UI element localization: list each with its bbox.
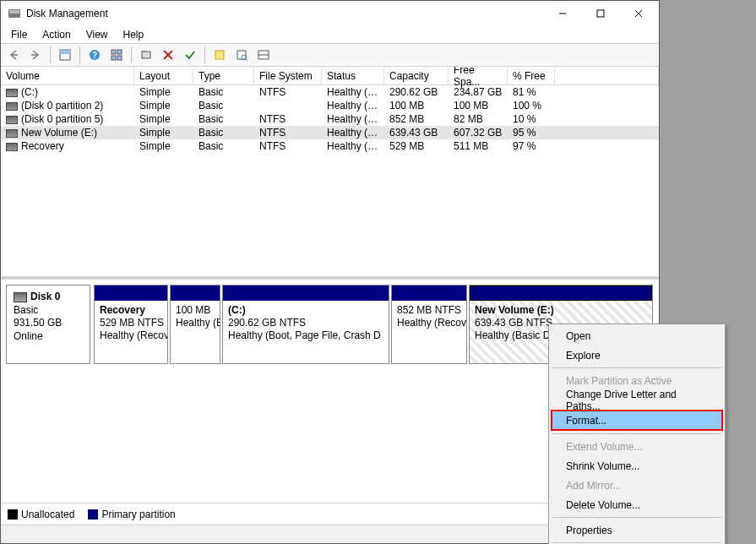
cell: Simple bbox=[134, 100, 193, 112]
volume-row[interactable]: (Disk 0 partition 5)SimpleBasicNTFSHealt… bbox=[1, 112, 659, 126]
cell: NTFS bbox=[254, 86, 322, 98]
svg-rect-14 bbox=[111, 56, 116, 60]
partition-colorbar bbox=[223, 286, 389, 301]
volume-list-pane: VolumeLayoutTypeFile SystemStatusCapacit… bbox=[1, 67, 659, 280]
context-shrink-volume[interactable]: Shrink Volume... bbox=[551, 456, 723, 476]
context-change-drive-letter-and-paths[interactable]: Change Drive Letter and Paths... bbox=[551, 390, 723, 410]
cell: Basic bbox=[193, 86, 254, 98]
legend-unallocated: Unallocated bbox=[8, 509, 74, 520]
partition-body: 100 MBHealthy (E bbox=[171, 301, 220, 363]
context-format[interactable]: Format... bbox=[551, 410, 723, 431]
disk-type: Basic bbox=[14, 304, 83, 318]
cell: 100 % bbox=[508, 100, 555, 112]
cell: 290.62 GB bbox=[384, 86, 449, 98]
window-title: Disk Management bbox=[26, 8, 543, 19]
menu-help[interactable]: Help bbox=[117, 27, 151, 42]
menubar: File Action View Help bbox=[1, 26, 659, 43]
partition-colorbar bbox=[171, 286, 220, 301]
context-delete-volume[interactable]: Delete Volume... bbox=[551, 495, 723, 514]
new-icon[interactable] bbox=[210, 46, 229, 64]
cell: 100 MB bbox=[384, 100, 449, 112]
context-properties[interactable]: Properties bbox=[551, 520, 723, 540]
cell: 234.87 GB bbox=[449, 86, 508, 98]
check-icon[interactable] bbox=[181, 46, 199, 64]
close-button[interactable] bbox=[619, 2, 657, 25]
volume-list-header: VolumeLayoutTypeFile SystemStatusCapacit… bbox=[1, 67, 659, 85]
toolbar: ? bbox=[1, 43, 659, 67]
volume-icon bbox=[6, 129, 18, 138]
partition-colorbar bbox=[392, 286, 466, 301]
column-header[interactable]: Status bbox=[322, 67, 384, 84]
column-filler bbox=[555, 67, 659, 84]
refresh-icon[interactable] bbox=[137, 46, 155, 64]
svg-line-22 bbox=[246, 59, 247, 61]
cell: Healthy (R... bbox=[322, 140, 384, 152]
cell: Simple bbox=[134, 140, 193, 152]
forward-button[interactable] bbox=[26, 46, 45, 64]
maximize-button[interactable] bbox=[581, 2, 619, 25]
disk-name: Disk 0 bbox=[30, 291, 60, 302]
context-open[interactable]: Open bbox=[551, 326, 723, 345]
legend-primary: Primary partition bbox=[88, 509, 175, 520]
context-add-mirror: Add Mirror... bbox=[551, 476, 723, 495]
column-header[interactable]: Type bbox=[193, 67, 254, 84]
svg-rect-13 bbox=[117, 50, 122, 54]
volume-row[interactable]: (Disk 0 partition 2)SimpleBasicHealthy (… bbox=[1, 99, 659, 112]
svg-rect-9 bbox=[60, 50, 70, 54]
context-extend-volume: Extend Volume... bbox=[551, 437, 723, 456]
menu-action[interactable]: Action bbox=[35, 27, 77, 42]
context-explore[interactable]: Explore bbox=[551, 345, 723, 365]
menu-file[interactable]: File bbox=[4, 27, 34, 42]
column-header[interactable]: File System bbox=[254, 67, 322, 84]
volume-icon bbox=[6, 116, 18, 124]
cell: NTFS bbox=[254, 113, 322, 125]
volume-row[interactable]: RecoverySimpleBasicNTFSHealthy (R...529 … bbox=[1, 139, 659, 153]
cell: Basic bbox=[193, 140, 254, 152]
cell: 511 MB bbox=[449, 140, 508, 152]
partition-box[interactable]: Recovery529 MB NTFSHealthy (Recov bbox=[94, 285, 168, 364]
volume-row[interactable]: (C:)SimpleBasicNTFSHealthy (B...290.62 G… bbox=[1, 85, 659, 99]
volume-icon bbox=[6, 102, 18, 111]
svg-rect-12 bbox=[111, 50, 116, 54]
column-header[interactable]: Free Spa... bbox=[449, 67, 508, 84]
titlebar: Disk Management bbox=[1, 1, 659, 26]
cell: 852 MB bbox=[384, 113, 449, 125]
partition-colorbar bbox=[470, 286, 652, 301]
cell: Simple bbox=[134, 113, 193, 125]
context-menu: OpenExploreMark Partition as ActiveChang… bbox=[548, 324, 726, 544]
cell: 529 MB bbox=[384, 140, 449, 152]
volume-list-body[interactable]: (C:)SimpleBasicNTFSHealthy (B...290.62 G… bbox=[1, 85, 659, 153]
partition-box[interactable]: 100 MBHealthy (E bbox=[170, 285, 220, 364]
cell: 100 MB bbox=[449, 100, 508, 112]
view-icon[interactable] bbox=[254, 46, 273, 64]
svg-rect-15 bbox=[117, 56, 122, 60]
menu-view[interactable]: View bbox=[79, 27, 115, 42]
help-icon[interactable]: ? bbox=[85, 46, 104, 64]
volume-row[interactable]: New Volume (E:)SimpleBasicNTFSHealthy (B… bbox=[1, 126, 659, 139]
cell: NTFS bbox=[254, 140, 322, 152]
column-header[interactable]: Capacity bbox=[384, 67, 449, 84]
svg-rect-3 bbox=[597, 10, 604, 17]
partition-body: (C:)290.62 GB NTFSHealthy (Boot, Page Fi… bbox=[223, 301, 389, 363]
cell: Healthy (B... bbox=[322, 86, 384, 98]
minimize-button[interactable] bbox=[543, 2, 581, 25]
column-header[interactable]: Layout bbox=[134, 67, 193, 84]
cell: 97 % bbox=[508, 140, 555, 152]
cell: 607.32 GB bbox=[449, 127, 508, 139]
back-button[interactable] bbox=[4, 46, 23, 64]
delete-icon[interactable] bbox=[159, 46, 177, 64]
disk-info-box[interactable]: Disk 0 Basic 931.50 GB Online bbox=[6, 285, 90, 364]
cell: Basic bbox=[193, 113, 254, 125]
svg-text:?: ? bbox=[92, 51, 97, 60]
settings-grid-icon[interactable] bbox=[107, 46, 126, 64]
partition-body: 852 MB NTFSHealthy (Recove bbox=[392, 301, 466, 363]
cell: 639.43 GB bbox=[384, 127, 449, 139]
partition-box[interactable]: 852 MB NTFSHealthy (Recove bbox=[391, 285, 467, 364]
disk-status: Online bbox=[14, 330, 83, 344]
properties-icon[interactable] bbox=[232, 46, 251, 64]
partition-box[interactable]: (C:)290.62 GB NTFSHealthy (Boot, Page Fi… bbox=[222, 285, 389, 364]
column-header[interactable]: Volume bbox=[1, 67, 134, 84]
volume-icon bbox=[6, 89, 18, 97]
column-header[interactable]: % Free bbox=[508, 67, 555, 84]
layout-icon[interactable] bbox=[56, 46, 74, 64]
